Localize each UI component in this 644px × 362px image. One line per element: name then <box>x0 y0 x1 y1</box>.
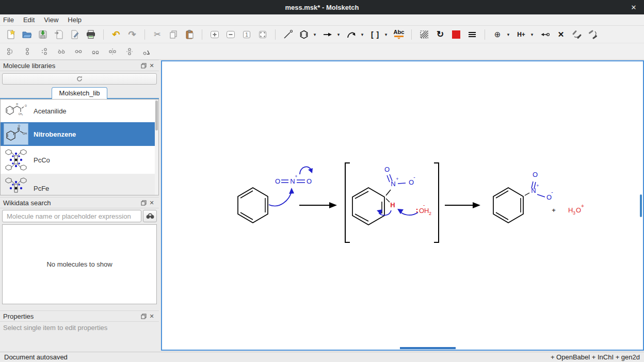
libraries-float-button[interactable] <box>139 61 148 70</box>
reaction-arrow-1[interactable] <box>299 202 337 208</box>
import-button[interactable] <box>53 28 65 41</box>
hydrogen-dropdown[interactable]: ▾ <box>529 28 535 41</box>
tab-molsketch-lib[interactable]: Molsketch_lib <box>52 87 108 99</box>
set-bond-angle-button[interactable] <box>141 46 152 57</box>
flip-molecule-button[interactable] <box>5 46 15 57</box>
window-close-button[interactable]: ✕ <box>629 2 639 12</box>
nitrobenzene-product[interactable]: N + O O - <box>493 171 553 223</box>
align-bottom-button[interactable] <box>90 46 101 57</box>
menu-edit[interactable]: Edit <box>23 16 35 24</box>
delete-button[interactable]: ✕ <box>555 28 567 41</box>
reaction-arrow-2[interactable] <box>445 202 480 208</box>
list-item-nitrobenzene[interactable]: O OH Nitrobenzene <box>1 122 158 146</box>
zoom-in-button[interactable] <box>209 28 220 41</box>
wikidata-search-input[interactable] <box>2 210 141 222</box>
svg-text:O: O <box>275 177 280 185</box>
properties-close-button[interactable]: ✕ <box>148 312 156 320</box>
pcfe-structure-icon <box>4 175 28 195</box>
zoom-out-button[interactable] <box>225 28 236 41</box>
svg-text:2: 2 <box>429 211 431 216</box>
export-button[interactable] <box>69 28 81 41</box>
canvas-horizontal-scrollbar[interactable] <box>400 347 456 349</box>
print-icon <box>86 29 96 40</box>
mechanism-arrow-h-to-ring[interactable] <box>377 209 391 215</box>
line-width-button[interactable] <box>466 28 478 41</box>
lasso-selection-button[interactable] <box>418 28 430 41</box>
hydronium-ion[interactable]: H 3 O + <box>568 203 584 216</box>
charge-button[interactable]: ⊕ <box>492 28 503 41</box>
flip-vertical-icon <box>588 29 598 40</box>
cut-button[interactable]: ✂ <box>152 28 163 41</box>
insert-ring-button[interactable] <box>298 28 310 41</box>
list-item-pcco[interactable]: PcCo <box>1 146 158 174</box>
water-base[interactable]: OH 2 - <box>416 202 431 216</box>
redo-button[interactable]: ↷ <box>126 28 138 41</box>
align-top-button[interactable] <box>56 46 67 57</box>
flip-vertical-button[interactable] <box>587 28 599 41</box>
reaction-arrow-dropdown[interactable]: ▾ <box>336 28 341 41</box>
undo-button[interactable]: ↶ <box>110 28 122 41</box>
mechanism-arrow-button[interactable] <box>346 28 357 41</box>
menu-file[interactable]: File <box>3 16 14 24</box>
align-middle-button[interactable] <box>73 46 84 57</box>
library-scrollbar[interactable] <box>155 100 158 195</box>
plus-sign: + <box>552 206 556 214</box>
drawing-canvas[interactable]: O N O + <box>161 60 644 351</box>
wikidata-search-button[interactable] <box>143 210 157 222</box>
insert-text-button[interactable]: Abc <box>393 28 405 41</box>
mechanism-arrow-no-bond-to-oxygen[interactable] <box>300 167 313 174</box>
align-vertical-icon <box>23 47 31 56</box>
ring-dropdown[interactable]: ▾ <box>312 28 317 41</box>
align-stack-button[interactable] <box>39 46 50 57</box>
zoom-fit-button[interactable] <box>257 28 268 41</box>
paste-button[interactable] <box>184 28 195 41</box>
zoom-original-button[interactable]: 1 <box>241 28 252 41</box>
toolbar-separator <box>411 29 412 40</box>
reaction-arrow-button[interactable] <box>322 28 333 41</box>
copy-button[interactable] <box>168 28 179 41</box>
library-refresh-button[interactable] <box>2 73 157 85</box>
align-middle-icon <box>74 47 83 56</box>
mechanism-arrow-water-to-h[interactable] <box>397 209 418 215</box>
dock-splitter[interactable] <box>0 304 159 310</box>
alignment-toolbar <box>0 43 644 60</box>
wikidata-float-button[interactable] <box>139 199 148 207</box>
save-button[interactable] <box>37 28 49 41</box>
align-vertical-button[interactable] <box>22 46 33 57</box>
menu-view[interactable]: View <box>44 16 58 24</box>
library-scrollbar-thumb[interactable] <box>155 101 158 130</box>
charge-dropdown[interactable]: ▾ <box>506 28 511 41</box>
distribute-vertical-button[interactable] <box>124 46 135 57</box>
mechanism-arrow-dropdown[interactable]: ▾ <box>360 28 365 41</box>
properties-float-button[interactable] <box>139 312 148 320</box>
benzene-reactant[interactable] <box>238 188 268 223</box>
status-capabilities: + OpenBabel + InChI + gen2d <box>551 353 640 361</box>
mechanism-arrow-benzene-to-nitronium[interactable] <box>269 188 294 206</box>
wikidata-close-button[interactable]: ✕ <box>148 199 156 207</box>
brackets-dropdown[interactable]: ▾ <box>383 28 389 41</box>
list-item-acetanilide[interactable]: H O CH₃ Acetanilide <box>1 100 158 122</box>
color-picker-button[interactable] <box>450 28 462 41</box>
lone-pair-button[interactable] <box>539 28 551 41</box>
add-hydrogen-button[interactable]: H+ <box>516 28 527 41</box>
canvas-vertical-scrollbar[interactable] <box>640 194 642 217</box>
list-item-pcfe[interactable]: PcFe <box>1 174 158 195</box>
svg-text:-: - <box>423 202 425 208</box>
zoom-in-icon <box>210 29 220 40</box>
new-document-button[interactable] <box>5 28 17 41</box>
ring-icon <box>299 29 309 40</box>
open-file-button[interactable] <box>21 28 33 41</box>
rotate-button[interactable]: ↻ <box>434 28 446 41</box>
arenium-intermediate[interactable]: N + O O - H <box>352 166 415 225</box>
distribute-horizontal-button[interactable] <box>107 46 118 57</box>
print-button[interactable] <box>85 28 96 41</box>
menu-help[interactable]: Help <box>68 16 82 24</box>
libraries-close-button[interactable]: ✕ <box>148 61 156 70</box>
draw-bond-button[interactable] <box>282 28 294 41</box>
properties-hint: Select single item to edit properties <box>3 324 107 332</box>
svg-text:H: H <box>568 206 573 214</box>
flip-horizontal-button[interactable] <box>571 28 583 41</box>
nitronium-ion[interactable]: O N O + <box>275 174 312 185</box>
insert-brackets-button[interactable]: [ ] <box>369 28 381 41</box>
lone-pair-icon <box>540 29 550 40</box>
